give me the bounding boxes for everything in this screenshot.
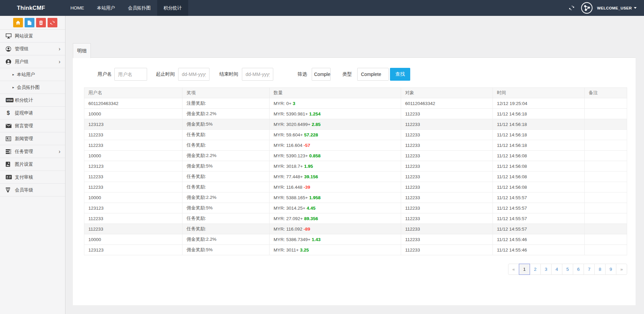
cell-target: 601120463342: [401, 98, 493, 109]
sidebar-item-image-settings[interactable]: 图片设置: [0, 158, 65, 171]
file-icon: [28, 21, 31, 25]
chevron-down-icon: [634, 7, 637, 9]
cell-time: 11/12 14:55:57: [493, 224, 585, 234]
cell-time: 12/12 19:25:04: [493, 98, 585, 109]
sidebar-item-site-settings[interactable]: 网站设置: [0, 30, 65, 43]
page-link[interactable]: 4: [551, 264, 562, 275]
page-link[interactable]: 6: [573, 264, 584, 275]
newspaper-icon: [6, 136, 15, 141]
amount-base: MYR: 5390.123+: [274, 153, 308, 158]
amount-delta: -57: [304, 143, 310, 148]
table-row: 112233 任务奖励: MYR: 27.092+ 89.356 112233 …: [84, 213, 627, 224]
recycle-button[interactable]: [48, 18, 57, 27]
end-time-label: 结束时间: [219, 71, 238, 77]
cell-target: 112233: [401, 109, 493, 119]
cell-amount: MYR: 116.604 -57: [270, 140, 401, 151]
amount-base: MYR: 3018.7+: [274, 164, 303, 169]
user-icon: [6, 59, 15, 64]
amount-base: MYR: 3011+: [274, 247, 299, 253]
sidebar-item-admin-group[interactable]: 管理组 ›: [0, 43, 65, 55]
sidebar-menu: 网站设置 管理组 › 用户组 › ▸ 本站用户 ▸ 会员拓扑图 VISA: [0, 30, 65, 197]
type-select[interactable]: Complete: [357, 68, 389, 81]
brand-logo[interactable]: ThinkCMF: [17, 5, 45, 11]
table-row: 123123 佣金奖励:5% MYR: 3020.6499+ 2.85 1122…: [84, 119, 627, 130]
cell-target: 112233: [401, 140, 493, 151]
cell-note: [585, 224, 627, 234]
nav-item-member-topology[interactable]: 会员拓扑图: [121, 0, 157, 16]
tab-detail[interactable]: 明细: [73, 43, 91, 58]
table-row: 112233 任务奖励: MYR: 116.092 -89 112233 11/…: [84, 224, 627, 234]
page-link[interactable]: 8: [594, 264, 606, 275]
sidebar-item-member-level[interactable]: 会员等级: [0, 184, 65, 197]
amount-delta: 39.156: [304, 174, 318, 179]
page-link[interactable]: 1: [519, 264, 530, 275]
cell-target: 112233: [401, 234, 493, 245]
sidebar-item-points-stats[interactable]: VISA 积分统计: [0, 94, 65, 107]
page-link[interactable]: 7: [584, 264, 595, 275]
cell-award: 任务奖励:: [183, 130, 270, 140]
amount-delta: 57.228: [304, 132, 318, 137]
main-nav: HOME 本站用户 会员拓扑图 积分统计: [64, 0, 188, 16]
cell-amount: MYR: 0+ 3: [270, 98, 401, 109]
table-row: 123123 佣金奖励:5% MYR: 3018.7+ 1.95 112233 …: [84, 161, 627, 172]
table-row: 112233 任务奖励: MYR: 59.604+ 57.228 112233 …: [84, 130, 627, 140]
column-header: 备注: [585, 88, 627, 98]
cell-amount: MYR: 5390.123+ 0.858: [270, 151, 401, 161]
sidebar-item-messages[interactable]: 留言管理: [0, 120, 65, 132]
tab-bar: 明细: [73, 43, 636, 58]
column-header: 奖项: [183, 88, 270, 98]
trash-button[interactable]: [36, 18, 46, 27]
cell-note: [585, 192, 627, 203]
recycle-icon: [50, 21, 55, 25]
cell-username: 123123: [84, 203, 183, 213]
cell-award: 任务奖励:: [183, 172, 270, 182]
page-link[interactable]: 3: [540, 264, 552, 275]
page-link[interactable]: «: [508, 264, 519, 275]
cell-time: 11/12 14:56:08: [493, 182, 585, 192]
sidebar-subitem-member-topology[interactable]: ▸ 会员拓扑图: [0, 81, 65, 94]
caret-right-icon: ▸: [12, 85, 14, 89]
username-input[interactable]: [114, 68, 147, 81]
caret-right-icon: ▸: [12, 73, 14, 76]
cell-target: 112233: [401, 224, 493, 234]
filter-select[interactable]: Comple: [312, 68, 331, 81]
page-link[interactable]: 9: [605, 264, 616, 275]
sidebar-item-withdrawal[interactable]: $ 提现申请: [0, 107, 65, 120]
cell-award: 任务奖励:: [183, 182, 270, 192]
page-link[interactable]: 5: [562, 264, 573, 275]
cell-note: [585, 172, 627, 182]
table-row: 123123 佣金奖励:5% MYR: 3014.25+ 4.45 112233…: [84, 203, 627, 213]
page-link[interactable]: »: [616, 264, 627, 275]
cell-username: 123123: [84, 119, 183, 130]
user-menu[interactable]: WELCOME_USER: [597, 6, 637, 10]
sidebar-item-tasks[interactable]: 任务管理 ›: [0, 145, 65, 158]
sidebar-item-news[interactable]: 新闻管理: [0, 132, 65, 145]
sidebar-subitem-site-users[interactable]: ▸ 本站用户: [0, 68, 65, 81]
cell-time: 11/12 14:55:57: [493, 203, 585, 213]
nav-item-points-stats[interactable]: 积分统计: [157, 0, 188, 16]
amount-base: MYR: 116.092: [274, 227, 302, 232]
nav-item-site-users[interactable]: 本站用户: [90, 0, 121, 16]
end-date-input[interactable]: [242, 68, 273, 81]
home-button[interactable]: [13, 18, 23, 27]
column-header: 对象: [401, 88, 493, 98]
sidebar-item-user-group[interactable]: 用户组 ›: [0, 55, 65, 68]
cell-award: 注册奖励:: [183, 98, 270, 109]
search-button[interactable]: 查找: [390, 68, 410, 81]
cell-award: 佣金奖励:5%: [183, 203, 270, 213]
amount-base: MYR: 59.604+: [274, 132, 303, 137]
nav-item-home[interactable]: HOME: [64, 0, 91, 16]
sidebar-item-payment-review[interactable]: 支付审核: [0, 171, 65, 184]
cell-target: 112233: [401, 161, 493, 172]
refresh-icon[interactable]: [569, 5, 574, 10]
cell-award: 佣金奖励:5%: [183, 245, 270, 255]
cell-amount: MYR: 3011+ 3.25: [270, 245, 401, 255]
cell-target: 112233: [401, 172, 493, 182]
user-avatar-icon[interactable]: [581, 2, 593, 14]
page-link[interactable]: 2: [530, 264, 541, 275]
desktop-icon: [6, 33, 15, 38]
start-date-input[interactable]: [178, 68, 209, 81]
main-content: 明细 用户名 起止时间 结束时间 筛选 Comple 类型 Complete 查…: [65, 16, 644, 314]
file-button[interactable]: [25, 18, 34, 27]
top-navbar: ThinkCMF HOME 本站用户 会员拓扑图 积分统计 WELCOME_US…: [0, 0, 644, 16]
